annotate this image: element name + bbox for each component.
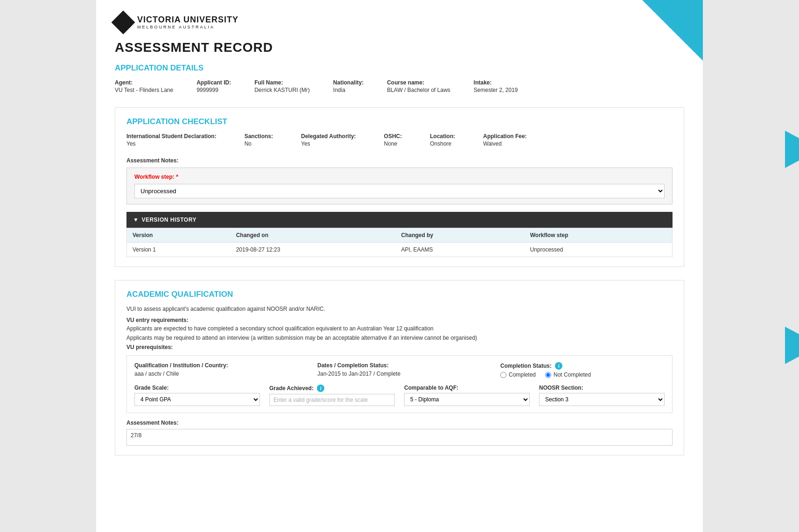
assessment-notes-label: Assessment Notes:: [126, 157, 673, 164]
detail-value: 9999999: [196, 87, 231, 93]
detail-item: Course name: BLAW / Bachelor of Laws: [387, 79, 450, 93]
completion-status-field: Completion Status: i Completed Not Compl…: [500, 362, 665, 378]
checklist-field-value: None: [384, 140, 402, 147]
page-title: ASSESSMENT RECORD: [115, 40, 684, 55]
detail-item: Agent: VU Test - Flinders Lane: [115, 79, 173, 93]
checklist-field-label: Delegated Authority:: [301, 133, 356, 140]
completion-status-label: Completion Status: i: [500, 362, 665, 370]
noosr-section-select[interactable]: Section 3Section 4Section 5: [539, 393, 665, 406]
table-cell: API, EAAMS: [396, 243, 525, 257]
qual-institution-field: Qualification / Institution / Country: a…: [134, 362, 299, 378]
comparable-aqf-label: Comparable to AQF:: [404, 385, 530, 391]
completion-status-group: Completed Not Completed: [500, 371, 665, 378]
detail-item: Intake: Semester 2, 2019: [474, 79, 518, 93]
checklist-grid: International Student Declaration: YesSa…: [126, 133, 673, 151]
version-collapse-icon[interactable]: ▼: [133, 217, 139, 223]
comparable-aqf-field: Comparable to AQF: 5 - Diploma6 - Associ…: [404, 385, 530, 406]
detail-value: Derrick KASTURI (Mr): [254, 87, 310, 93]
app-details-grid: Agent: VU Test - Flinders LaneApplicant …: [115, 79, 684, 96]
version-history-table: VersionChanged onChanged byWorkflow step…: [126, 228, 673, 257]
qual-institution-value: aaa / asctv / Chile: [134, 371, 299, 377]
detail-item: Full Name: Derrick KASTURI (Mr): [254, 79, 310, 93]
dates-completion-field: Dates / Completion Status: Jan-2015 to J…: [317, 362, 482, 378]
vu-entry-requirements-label: VU entry requirements:: [126, 317, 673, 323]
detail-label: Full Name:: [254, 79, 310, 86]
grade-scale-field: Grade Scale: 4 Point GPA5 Point GPA7 Poi…: [134, 385, 260, 406]
workflow-required-asterisk: *: [176, 174, 178, 180]
table-cell: 2019-08-27 12:23: [231, 243, 396, 257]
table-row: Version 12019-08-27 12:23API, EAAMSUnpro…: [127, 243, 673, 257]
noosr-section-label: NOOSR Section:: [539, 385, 665, 391]
application-details-section: APPLICATION DETAILS Agent: VU Test - Fli…: [115, 63, 684, 96]
checklist-field-label: Location:: [430, 133, 455, 140]
checklist-field-value: No: [245, 140, 273, 147]
workflow-label: Workflow step: *: [134, 174, 665, 180]
not-completed-radio[interactable]: [545, 372, 551, 378]
checklist-field-value: Yes: [126, 140, 217, 147]
checklist-title: APPLICATION CHECKLIST: [126, 117, 673, 126]
detail-item: Applicant ID: 9999999: [196, 79, 231, 93]
checklist-field-label: OSHC:: [384, 133, 402, 140]
dates-completion-label: Dates / Completion Status:: [317, 362, 482, 369]
version-column-header: Changed by: [396, 228, 525, 243]
detail-value: VU Test - Flinders Lane: [115, 87, 173, 93]
detail-label: Applicant ID:: [196, 79, 231, 86]
checklist-field-item: Sanctions: No: [245, 133, 273, 147]
detail-label: Course name:: [387, 79, 450, 86]
detail-item: Nationality: India: [333, 79, 364, 93]
version-history-header: ▼ VERSION HISTORY: [126, 212, 673, 228]
workflow-select[interactable]: UnprocessedIn ProgressCompleted: [134, 184, 665, 198]
checklist-field-item: International Student Declaration: Yes: [126, 133, 217, 147]
vu-entry-text1: Applicants are expected to have complete…: [126, 325, 673, 332]
dates-completion-value: Jan-2015 to Jan-2017 / Complete: [317, 371, 482, 377]
checklist-field-value: Onshore: [430, 140, 455, 147]
grade-achieved-label: Grade Achieved: i: [269, 385, 395, 392]
table-cell: Version 1: [127, 243, 231, 257]
completed-label: Completed: [509, 371, 536, 378]
checklist-field-label: Sanctions:: [245, 133, 273, 140]
grade-achieved-input[interactable]: [269, 394, 395, 406]
grade-scale-label: Grade Scale:: [134, 385, 260, 391]
checklist-field-item: Delegated Authority: Yes: [301, 133, 356, 147]
checklist-field-label: Application Fee:: [483, 133, 526, 140]
academic-description: VUI to assess applicant's academic quali…: [126, 306, 673, 312]
version-column-header: Changed on: [231, 228, 396, 243]
checklist-field-item: OSHC: None: [384, 133, 402, 147]
completion-status-info-icon[interactable]: i: [555, 362, 562, 370]
detail-value: India: [333, 87, 364, 93]
detail-value: BLAW / Bachelor of Laws: [387, 87, 450, 93]
completed-radio[interactable]: [500, 372, 506, 378]
app-details-title: APPLICATION DETAILS: [115, 63, 684, 73]
checklist-field-item: Application Fee: Waived: [483, 133, 526, 147]
table-cell: Unprocessed: [525, 243, 673, 257]
logo-diamond: [112, 11, 135, 35]
header: VICTORIA UNIVERSITY MELBOURNE AUSTRALIA: [115, 14, 684, 31]
detail-label: Nationality:: [333, 79, 364, 86]
version-column-header: Workflow step: [525, 228, 673, 243]
deco-bottom-right: [785, 327, 799, 364]
detail-label: Agent:: [115, 79, 173, 86]
qual-assessment-notes-value[interactable]: 27/8: [126, 429, 673, 446]
grade-achieved-info-icon[interactable]: i: [317, 385, 324, 392]
completed-radio-label[interactable]: Completed: [500, 371, 536, 378]
checklist-field-label: International Student Declaration:: [126, 133, 217, 140]
comparable-aqf-select[interactable]: 5 - Diploma6 - Associate Degree7 - Bache…: [404, 393, 530, 406]
qual-institution-label: Qualification / Institution / Country:: [134, 362, 299, 369]
academic-title: ACADEMIC QUALIFICATION: [126, 290, 673, 299]
qual-assessment-notes-label: Assessment Notes:: [126, 420, 673, 426]
grade-scale-select[interactable]: 4 Point GPA5 Point GPA7 Point GPA100 Poi…: [134, 393, 260, 406]
logo-subtitle: MELBOURNE AUSTRALIA: [137, 25, 238, 29]
not-completed-label: Not Completed: [554, 371, 591, 378]
not-completed-radio-label[interactable]: Not Completed: [545, 371, 591, 378]
qual-top-grid: Qualification / Institution / Country: a…: [134, 362, 665, 378]
deco-triangle-top: [642, 0, 703, 61]
version-history-title: VERSION HISTORY: [141, 217, 196, 223]
checklist-field-item: Location: Onshore: [430, 133, 455, 147]
vu-entry-text2: Applicants may be required to attend an …: [126, 335, 673, 341]
academic-qualification-card: ACADEMIC QUALIFICATION VUI to assess app…: [115, 280, 684, 455]
logo-title: VICTORIA UNIVERSITY: [137, 15, 238, 24]
application-checklist-card: APPLICATION CHECKLIST International Stud…: [115, 107, 684, 267]
version-column-header: Version: [127, 228, 231, 243]
logo-text: VICTORIA UNIVERSITY MELBOURNE AUSTRALIA: [137, 15, 238, 29]
qualification-box: Qualification / Institution / Country: a…: [126, 355, 673, 413]
